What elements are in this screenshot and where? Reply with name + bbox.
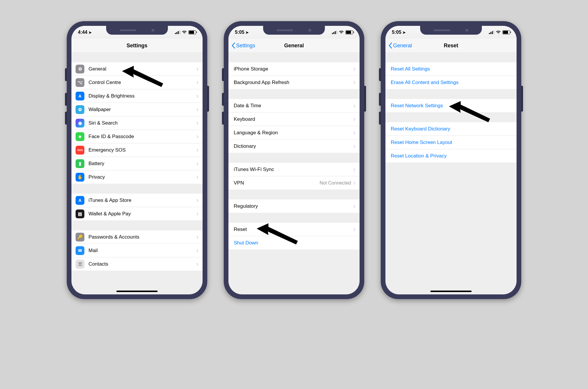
row-privacy[interactable]: ✋Privacy›: [71, 170, 203, 184]
screen: 5:05 ➤ General Reset Reset All S: [385, 26, 517, 294]
chevron-right-icon: ›: [196, 106, 198, 113]
row-group: 🔑Passwords & Accounts›✉Mail›☰Contacts›: [71, 230, 203, 271]
row-display-brightness[interactable]: ADisplay & Brightness›: [71, 89, 203, 103]
notch: [420, 26, 482, 35]
general-list[interactable]: iPhone Storage›Background App Refresh›Da…: [228, 52, 360, 294]
location-icon: ➤: [402, 30, 406, 35]
chevron-right-icon: ›: [196, 79, 198, 86]
switches-icon: ⌥: [76, 78, 84, 87]
row-mail[interactable]: ✉Mail›: [71, 244, 203, 257]
section-gap: [71, 220, 203, 230]
svg-marker-1: [257, 223, 298, 244]
appstore-icon: A: [76, 196, 84, 205]
row-itunes-app-store[interactable]: AiTunes & App Store›: [71, 194, 203, 207]
row-keyboard[interactable]: Keyboard›: [228, 113, 360, 126]
chevron-right-icon: ›: [196, 197, 198, 204]
key-icon: 🔑: [76, 233, 84, 242]
section-gap: [228, 52, 360, 62]
signal-icon: [489, 31, 494, 34]
textsize-icon: A: [76, 92, 84, 100]
pointer-arrow: [449, 101, 490, 126]
reset-list[interactable]: Reset All SettingsErase All Content and …: [385, 52, 517, 294]
row-label: Face ID & Passcode: [88, 134, 196, 140]
section-gap: [228, 153, 360, 163]
row-reset-location-privacy[interactable]: Reset Location & Privacy: [385, 149, 517, 162]
status-time: 5:05: [392, 30, 401, 35]
section-gap: [385, 89, 517, 99]
chevron-left-icon: [231, 43, 235, 48]
row-label: Privacy: [88, 174, 196, 180]
row-detail: Not Connected: [320, 180, 351, 186]
row-regulatory[interactable]: Regulatory›: [228, 199, 360, 213]
row-label: Reset All Settings: [391, 66, 512, 72]
back-label: General: [393, 43, 412, 49]
row-dictionary[interactable]: Dictionary›: [228, 140, 360, 153]
back-label: Settings: [236, 43, 255, 49]
row-battery[interactable]: ▮Battery›: [71, 157, 203, 170]
row-emergency-sos[interactable]: SOSEmergency SOS›: [71, 143, 203, 157]
row-erase-all-content-and-settings[interactable]: Erase All Content and Settings: [385, 76, 517, 89]
row-group: Reset All SettingsErase All Content and …: [385, 62, 517, 89]
row-wallet-apple-pay[interactable]: ▤Wallet & Apple Pay›: [71, 207, 203, 220]
home-indicator[interactable]: [116, 291, 158, 292]
row-label: Wallet & Apple Pay: [88, 211, 196, 217]
row-face-id-passcode[interactable]: ☻Face ID & Passcode›: [71, 130, 203, 143]
chevron-right-icon: ›: [353, 129, 355, 137]
notch: [106, 26, 168, 35]
battery-icon: ▮: [76, 159, 84, 168]
row-background-app-refresh[interactable]: Background App Refresh›: [228, 76, 360, 89]
screen: 5:05 ➤ Settings General iPhone S: [228, 26, 360, 294]
chevron-right-icon: ›: [196, 173, 198, 181]
row-label: Reset Keyboard Dictionary: [391, 126, 512, 132]
row-vpn[interactable]: VPNNot Connected›: [228, 176, 360, 190]
chevron-right-icon: ›: [353, 179, 355, 187]
row-reset-home-screen-layout[interactable]: Reset Home Screen Layout: [385, 136, 517, 149]
nav-bar: Settings General: [228, 39, 360, 53]
row-group: iPhone Storage›Background App Refresh›: [228, 62, 360, 89]
battery-icon: [502, 30, 510, 34]
chevron-right-icon: ›: [196, 119, 198, 127]
row-label: iTunes & App Store: [88, 197, 196, 203]
row-label: Reset Location & Privacy: [391, 153, 512, 159]
nav-bar: Settings: [71, 39, 203, 53]
row-language-region[interactable]: Language & Region›: [228, 126, 360, 140]
chevron-right-icon: ›: [196, 92, 198, 100]
home-indicator[interactable]: [430, 291, 472, 292]
faceid-icon: ☻: [76, 132, 84, 141]
row-iphone-storage[interactable]: iPhone Storage›: [228, 62, 360, 76]
battery-icon: [345, 30, 353, 34]
row-date-time[interactable]: Date & Time›: [228, 99, 360, 113]
row-wallpaper[interactable]: ✿Wallpaper›: [71, 103, 203, 116]
section-gap: [228, 190, 360, 199]
section-gap: [71, 184, 203, 194]
row-passwords-accounts[interactable]: 🔑Passwords & Accounts›: [71, 230, 203, 244]
section-gap: [71, 52, 203, 62]
row-label: Passwords & Accounts: [88, 234, 196, 240]
row-label: VPN: [234, 180, 320, 186]
back-button[interactable]: General: [388, 43, 412, 49]
row-label: Mail: [88, 248, 196, 254]
nav-title: Settings: [126, 43, 147, 49]
row-label: Reset Home Screen Layout: [391, 140, 512, 145]
chevron-right-icon: ›: [196, 210, 198, 218]
nav-title: Reset: [444, 43, 458, 49]
signal-icon: [332, 31, 337, 34]
notch: [263, 26, 325, 35]
signal-icon: [175, 31, 180, 34]
phone-general: 5:05 ➤ Settings General iPhone S: [224, 21, 364, 299]
row-itunes-wi-fi-sync[interactable]: iTunes Wi-Fi Sync›: [228, 163, 360, 176]
sos-icon: SOS: [76, 146, 84, 155]
row-label: Contacts: [88, 261, 196, 267]
chevron-right-icon: ›: [196, 260, 198, 268]
section-gap: [228, 89, 360, 99]
row-label: Emergency SOS: [88, 147, 196, 153]
row-label: Language & Region: [234, 130, 353, 136]
back-button[interactable]: Settings: [231, 43, 255, 49]
section-gap: [228, 213, 360, 223]
chevron-right-icon: ›: [196, 133, 198, 140]
row-group: Reset Keyboard DictionaryReset Home Scre…: [385, 122, 517, 162]
row-reset-all-settings[interactable]: Reset All Settings: [385, 62, 517, 76]
row-siri-search[interactable]: ◉Siri & Search›: [71, 116, 203, 130]
chevron-right-icon: ›: [196, 146, 198, 154]
row-contacts[interactable]: ☰Contacts›: [71, 257, 203, 271]
